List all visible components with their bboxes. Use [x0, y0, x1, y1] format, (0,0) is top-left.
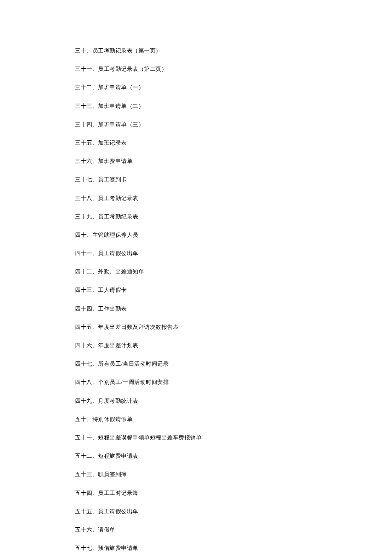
- toc-item: 四十一、员工请假公出单: [75, 250, 317, 257]
- toc-item: 四十八、个别员工/一周活动时间安排: [75, 378, 317, 386]
- toc-item: 三十七、员工签到卡: [75, 176, 317, 183]
- toc-item: 五十三、职员签到簿: [75, 471, 317, 478]
- toc-item: 五十五、员工请假公出单: [75, 508, 317, 515]
- toc-item: 三十、员工考勤记录表（第一页）: [75, 47, 317, 55]
- toc-item: 四十四、工作出勤表: [75, 305, 317, 313]
- toc-item: 四十、主管助理保养人员: [75, 231, 317, 239]
- toc-item: 三十八、员工考勤记录表: [75, 195, 317, 202]
- toc-item: 三十二、加班申请单（一）: [75, 84, 317, 91]
- toc-item: 五十六、请假单: [75, 526, 317, 534]
- toc-item: 四十二、外勤、出差通知单: [75, 268, 317, 276]
- toc-item: 三十五、加班记录表: [75, 139, 317, 147]
- toc-item: 五十一、短程出差误餐申领单短程出差车费报销单: [75, 434, 317, 442]
- toc-item: 四十九、月度考勤统计表: [75, 397, 317, 405]
- toc-item: 四十五、年度出差日数及拜访次数报告表: [75, 323, 317, 331]
- toc-item: 三十三、加班申请单（二）: [75, 102, 317, 110]
- toc-item: 五十二、短程旅费申请表: [75, 452, 317, 460]
- document-page: 三十、员工考勤记录表（第一页） 三十一、员工考勤记录表（第二页） 三十二、加班申…: [0, 0, 392, 555]
- toc-item: 四十三、工人请假卡: [75, 286, 317, 294]
- toc-item: 三十六、加班费申请单: [75, 157, 317, 165]
- toc-item: 三十九、员工考勤纪录表: [75, 213, 317, 221]
- toc-item: 三十一、员工考勤记录表（第二页）: [75, 65, 317, 73]
- toc-item: 五十四、员工工时记录簿: [75, 489, 317, 497]
- toc-item: 五十、特别休假请假单: [75, 416, 317, 423]
- toc-item: 四十七、所有员工/当日活动时间记录: [75, 360, 317, 368]
- toc-item: 三十四、加班申请单（三）: [75, 121, 317, 128]
- toc-item: 五十七、预借旅费申请单: [75, 544, 317, 552]
- toc-item: 四十六、年度出差计划表: [75, 342, 317, 349]
